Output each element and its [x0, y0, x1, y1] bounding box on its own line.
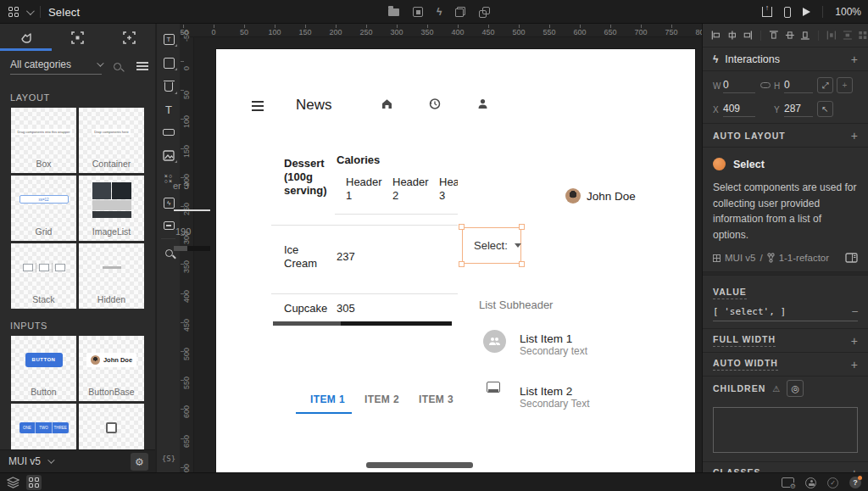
list-view-icon[interactable]	[136, 62, 148, 70]
code-badge[interactable]: {S}	[157, 455, 181, 463]
align-right-icon[interactable]	[743, 30, 753, 41]
add-auto-width-button[interactable]: +	[851, 358, 858, 371]
active-tab-underline	[296, 412, 352, 414]
palette-item-imagelist[interactable]: ImageList	[79, 176, 144, 241]
lightning-icon[interactable]: ϟ	[437, 6, 442, 18]
table-row-header: Dessert (100g serving)	[284, 157, 335, 198]
tab-frames[interactable]	[52, 24, 103, 52]
add-class-button[interactable]: +	[851, 466, 858, 472]
save-state-icon[interactable]	[413, 7, 423, 17]
auto-layout-header[interactable]: AUTO LAYOUT +	[703, 124, 868, 148]
text-frame-tool[interactable]: T	[157, 29, 181, 49]
remove-value-button[interactable]: –	[852, 305, 858, 317]
align-bottom-icon[interactable]	[800, 30, 810, 41]
kit-name[interactable]: MUI v5	[8, 455, 41, 467]
move-button[interactable]: +	[837, 77, 853, 93]
play-button[interactable]	[803, 8, 810, 16]
content-tab-3[interactable]: ITEM 3	[419, 393, 453, 405]
value-label[interactable]: VALUE	[713, 287, 747, 299]
align-top-icon[interactable]	[769, 30, 779, 41]
interactions-header[interactable]: ϟInteractions +	[703, 47, 868, 71]
artboard[interactable]: News Dessert (100g serving) Calories Hea…	[216, 49, 695, 472]
folder-icon[interactable]	[388, 8, 399, 16]
align-toolbar	[703, 24, 868, 47]
classes-row[interactable]: CLASSES +	[703, 461, 868, 472]
full-width-row[interactable]: FULL WIDTH +	[703, 329, 868, 353]
selection-handle[interactable]	[459, 224, 465, 230]
slot-button[interactable]: ◎	[787, 380, 804, 397]
palette-item-hidden[interactable]: Hidden	[79, 243, 144, 309]
fit-content-button[interactable]: ⤢	[817, 77, 833, 93]
section-tool[interactable]	[157, 76, 181, 97]
cursor-position-button[interactable]: ↖	[817, 101, 833, 117]
content-tab-2[interactable]: ITEM 2	[364, 393, 399, 405]
person-icon[interactable]	[476, 98, 489, 110]
palette-item-container[interactable]: Drop components here Container	[79, 108, 144, 173]
tidy-grid-icon[interactable]	[858, 30, 868, 41]
menu-icon[interactable]	[252, 101, 264, 103]
selected-select-widget[interactable]: Select:	[462, 227, 521, 264]
align-left-icon[interactable]	[711, 30, 721, 41]
tab-add-frame[interactable]	[103, 24, 155, 52]
link-icon[interactable]	[479, 7, 490, 18]
list-item-title[interactable]: List Item 2	[520, 385, 572, 398]
list-item-title[interactable]: List Item 1	[520, 332, 572, 345]
value-input[interactable]: [ 'select', ]	[713, 306, 786, 317]
data-table[interactable]: Dessert (100g serving) Calories Header 1…	[271, 147, 458, 329]
panel-settings-icon[interactable]	[782, 477, 794, 488]
accessibility-icon[interactable]	[805, 477, 816, 488]
palette-item-stack[interactable]: Stack	[11, 243, 76, 309]
component-kit[interactable]: MUI v5	[725, 253, 755, 263]
add-full-width-button[interactable]: +	[851, 334, 858, 348]
palette-item-button[interactable]: BUTTON Button	[11, 336, 76, 401]
button-tool[interactable]	[157, 122, 181, 142]
palette-item-box[interactable]: Drag components into this wrapper Box	[11, 108, 76, 173]
chevron-down-icon[interactable]	[26, 7, 35, 15]
canvas-h-scrollbar[interactable]	[366, 462, 473, 468]
history-icon[interactable]	[428, 98, 441, 110]
search-icon[interactable]	[114, 63, 121, 70]
distribute-v-icon[interactable]	[843, 30, 853, 41]
palette-item-label: Button	[11, 387, 76, 397]
category-filter-select[interactable]: All categories	[10, 59, 102, 75]
help-icon[interactable]: ?	[849, 477, 861, 488]
distribute-h-icon[interactable]	[826, 30, 837, 41]
text-tool[interactable]: T	[157, 99, 181, 120]
user-chip[interactable]: John Doe	[565, 188, 636, 204]
align-center-h-icon[interactable]	[727, 30, 737, 41]
design-canvas[interactable]: -500501001502002503003504004505005506006…	[180, 24, 702, 472]
selection-handle[interactable]	[459, 261, 465, 267]
selection-handle[interactable]	[519, 261, 525, 267]
copy-icon[interactable]	[455, 7, 465, 17]
zoom-level[interactable]: 100%	[835, 6, 861, 18]
palette-item-grid[interactable]: xs=12 Grid	[11, 176, 76, 241]
palette-item-buttonbase[interactable]: John Doe ButtonBase	[79, 336, 144, 401]
list-item-subtitle: Secondary Text	[520, 398, 590, 410]
device-preview-icon[interactable]	[784, 7, 791, 18]
children-dropzone[interactable]	[713, 407, 858, 453]
table-scrollbar[interactable]	[273, 321, 452, 326]
align-middle-icon[interactable]	[785, 30, 795, 41]
gear-icon[interactable]: ⚙	[131, 453, 148, 471]
branch-name[interactable]: 1-1-refactor	[779, 253, 829, 263]
image-tool[interactable]	[157, 145, 181, 165]
width-input[interactable]: 0	[723, 79, 755, 93]
docs-icon[interactable]	[845, 253, 858, 263]
layers-icon[interactable]	[7, 477, 19, 488]
home-icon[interactable]	[381, 98, 393, 110]
auto-width-row[interactable]: AUTO WIDTH +	[703, 353, 868, 377]
content-tab-1[interactable]: ITEM 1	[310, 393, 345, 405]
add-interaction-button[interactable]: +	[851, 53, 858, 66]
x-input[interactable]: 409	[723, 103, 755, 117]
check-status-icon[interactable]: ✓	[827, 477, 838, 488]
frame-tool[interactable]	[157, 53, 181, 73]
height-input[interactable]: 0	[784, 79, 813, 93]
components-view-toggle[interactable]	[26, 475, 42, 490]
ruler-tick: 700	[181, 467, 184, 468]
link-dimensions-icon[interactable]	[760, 82, 771, 88]
app-menu-icon[interactable]	[8, 7, 19, 17]
selection-handle[interactable]	[519, 224, 525, 230]
export-icon[interactable]	[762, 7, 772, 17]
add-auto-layout-button[interactable]: +	[851, 129, 858, 142]
y-input[interactable]: 287	[784, 103, 813, 117]
